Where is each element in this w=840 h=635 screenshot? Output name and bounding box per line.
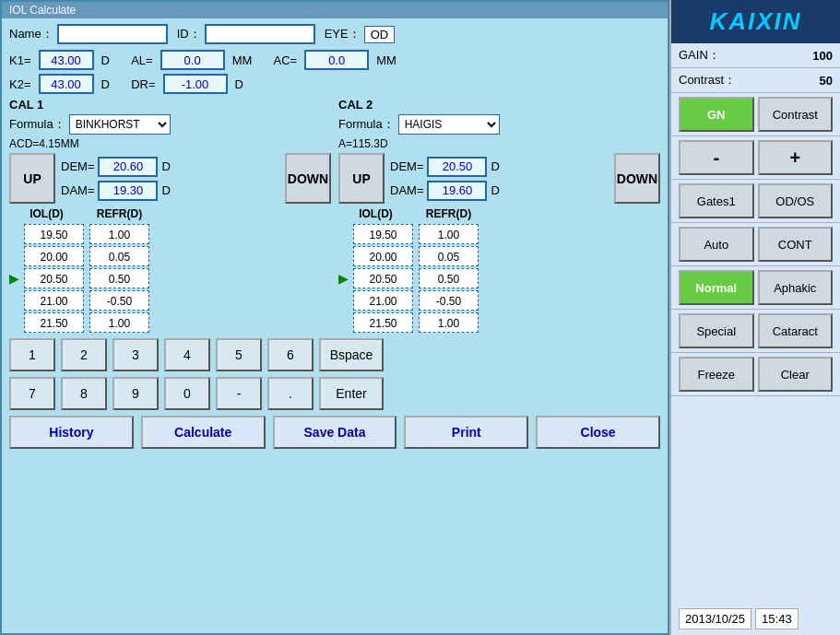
key-7[interactable]: 7	[9, 377, 55, 410]
gates1-button[interactable]: Gates1	[679, 183, 754, 218]
key-1[interactable]: 1	[9, 338, 55, 371]
k1-input[interactable]	[39, 50, 94, 70]
cal1-down-button[interactable]: DOWN	[285, 153, 331, 204]
cal1-refr-cell-4: 1.00	[89, 312, 149, 333]
cal2-iol-cell-2: 20.50	[353, 268, 413, 288]
al-label: AL=	[131, 53, 153, 67]
key-enter[interactable]: Enter	[319, 377, 384, 410]
cal2-refr-cell-1: 0.05	[419, 246, 479, 266]
numpad: 1 2 3 4 5 6 Bspace 7 8 9 0 - . Enter	[9, 338, 660, 410]
id-input[interactable]	[205, 24, 315, 44]
eye-label: EYE：	[325, 26, 361, 42]
cal1-dem-input[interactable]	[98, 157, 158, 177]
cal2-title: CAL 2	[338, 98, 660, 112]
minus-button[interactable]: -	[679, 140, 754, 175]
close-button[interactable]: Close	[536, 416, 660, 449]
bottom-buttons: History Calculate Save Data Print Close	[9, 416, 660, 449]
al-input[interactable]	[160, 50, 225, 70]
key-dot[interactable]: .	[267, 377, 314, 410]
cal1-iol-table: IOL(D) 19.50 20.00 ▶ 20.50	[9, 207, 84, 333]
save-data-button[interactable]: Save Data	[273, 416, 397, 449]
cal1-iol-row-4: 21.50	[9, 312, 84, 333]
key-0[interactable]: 0	[164, 377, 210, 410]
brand-logo: KAIXIN	[671, 0, 840, 43]
cal1-iol-cell-4: 21.50	[24, 312, 84, 333]
cal1-iol-cell-3: 21.00	[24, 290, 84, 311]
cal2-refr-cell-3: -0.50	[419, 290, 479, 311]
cal2-iol-row-3: 21.00	[338, 290, 413, 311]
print-button[interactable]: Print	[404, 416, 528, 449]
dr-unit: D	[235, 77, 243, 91]
key-4[interactable]: 4	[164, 338, 210, 371]
auto-button[interactable]: Auto	[679, 227, 754, 262]
cal2-dem-input[interactable]	[427, 157, 487, 177]
cal2-refr-header: REFR(D)	[419, 207, 479, 220]
clear-button[interactable]: Clear	[758, 357, 834, 392]
key-6[interactable]: 6	[267, 338, 314, 371]
cal2-iol-row-4: 21.50	[338, 312, 413, 333]
numpad-row2: 7 8 9 0 - . Enter	[9, 377, 660, 410]
aphakic-button[interactable]: Aphakic	[758, 270, 834, 305]
freeze-clear-row: Freeze Clear	[671, 353, 840, 396]
dr-input[interactable]	[163, 74, 228, 94]
left-panel: IOL Calculate Name： ID： EYE： OD K1= D AL…	[0, 0, 669, 635]
cal2-dam-row: DAM= D	[390, 181, 609, 201]
ac-label: AC=	[274, 53, 298, 67]
cal1-dam-input[interactable]	[98, 181, 158, 201]
auto-cont-row: Auto CONT	[671, 223, 840, 266]
cal2-refr-table: REFR(D) 1.00 0.05 0.50 -0.50 1.00	[419, 207, 479, 333]
cal1-refr-cell-0: 1.00	[89, 224, 149, 244]
cal2-dam-label: DAM=	[390, 183, 423, 197]
name-group: Name：	[9, 24, 168, 44]
cal1-dam-row: DAM= D	[61, 181, 279, 201]
gn-contrast-row: GN Contrast	[671, 93, 840, 136]
cal2-dem-unit: D	[491, 159, 499, 173]
history-button[interactable]: History	[9, 416, 134, 449]
params-row1: K1= D AL= MM AC= MM	[9, 50, 660, 70]
contrast-label: Contrast：	[679, 72, 812, 88]
name-input[interactable]	[57, 24, 168, 44]
key-5[interactable]: 5	[216, 338, 262, 371]
numpad-row1: 1 2 3 4 5 6 Bspace	[9, 338, 660, 371]
plus-button[interactable]: +	[758, 140, 834, 175]
cal1-up-button[interactable]: UP	[9, 153, 55, 204]
key-2[interactable]: 2	[61, 338, 107, 371]
od-os-button[interactable]: OD/OS	[758, 183, 834, 218]
key-3[interactable]: 3	[112, 338, 159, 371]
calculate-button[interactable]: Calculate	[141, 416, 266, 449]
cal1-dam-unit: D	[161, 183, 170, 197]
cal-sections: CAL 1 Formula： BINKHORST HAIGIS SRK/T AC…	[9, 98, 660, 333]
cal1-refr-cell-3: -0.50	[89, 290, 149, 311]
gn-button[interactable]: GN	[679, 97, 754, 132]
cont-button[interactable]: CONT	[758, 227, 834, 262]
cal2-dam-input[interactable]	[427, 181, 487, 201]
cal2-section: CAL 2 Formula： HAIGIS BINKHORST SRK/T A=…	[338, 98, 660, 333]
cal2-down-button[interactable]: DOWN	[614, 153, 660, 204]
cal1-refr-header: REFR(D)	[89, 207, 149, 220]
key-8[interactable]: 8	[61, 377, 107, 410]
key-bspace[interactable]: Bspace	[319, 338, 384, 371]
contrast-button[interactable]: Contrast	[758, 97, 834, 132]
key-minus[interactable]: -	[216, 377, 262, 410]
title-bar: IOL Calculate	[2, 2, 668, 18]
cal1-formula-select[interactable]: BINKHORST HAIGIS SRK/T	[69, 114, 171, 135]
cal1-acd-label: ACD=4.15MM	[9, 137, 331, 150]
cal2-formula-select[interactable]: HAIGIS BINKHORST SRK/T	[398, 114, 500, 135]
key-9[interactable]: 9	[112, 377, 159, 410]
cal2-iol-row-2: ▶ 20.50	[338, 268, 413, 288]
normal-button[interactable]: Normal	[679, 270, 754, 305]
cal2-iol-refr: IOL(D) 19.50 20.00 ▶ 20.50	[338, 207, 660, 333]
cataract-button[interactable]: Cataract	[758, 313, 834, 348]
cal1-iol-row-0: 19.50	[9, 224, 84, 244]
ac-input[interactable]	[304, 50, 369, 70]
special-button[interactable]: Special	[679, 313, 754, 348]
k1-label: K1=	[9, 53, 31, 67]
freeze-button[interactable]: Freeze	[679, 357, 754, 392]
k2-input[interactable]	[39, 74, 94, 94]
cal2-iol-cell-4: 21.50	[353, 312, 413, 333]
cal2-up-button[interactable]: UP	[338, 153, 385, 204]
cal1-dem-dam: UP DEM= D DAM= D DOWN	[9, 153, 331, 204]
time-display: 15:43	[755, 608, 799, 629]
contrast-row: Contrast： 50	[671, 68, 840, 93]
cal1-arrow-3	[9, 293, 20, 308]
